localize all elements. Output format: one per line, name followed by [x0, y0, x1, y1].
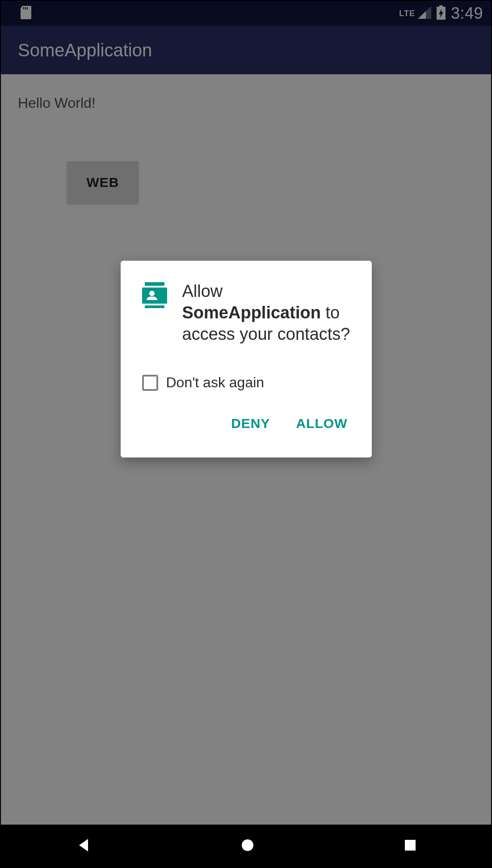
dialog-prefix: Allow	[182, 282, 223, 301]
svg-rect-9	[145, 305, 164, 308]
contacts-icon	[142, 282, 167, 310]
svg-rect-7	[142, 288, 167, 304]
svg-point-8	[149, 291, 155, 296]
dont-ask-checkbox[interactable]	[142, 375, 158, 391]
dialog-message: Allow SomeApplication to access your con…	[182, 280, 350, 345]
dont-ask-label: Don't ask again	[166, 374, 265, 391]
permission-dialog: Allow SomeApplication to access your con…	[121, 261, 372, 457]
dialog-scrim[interactable]: Allow SomeApplication to access your con…	[1, 1, 491, 825]
allow-button[interactable]: ALLOW	[296, 416, 348, 431]
dialog-body: Allow SomeApplication to access your con…	[142, 280, 350, 345]
recent-icon[interactable]	[404, 839, 416, 853]
phone-screen: LTE 3:49 SomeApplication Hello World! WE…	[1, 1, 491, 867]
back-icon[interactable]	[76, 837, 92, 855]
dont-ask-row[interactable]: Don't ask again	[142, 374, 350, 391]
nav-bar	[1, 825, 491, 867]
svg-point-10	[242, 839, 253, 851]
deny-button[interactable]: DENY	[231, 416, 270, 431]
svg-rect-11	[405, 840, 416, 851]
dialog-appname: SomeApplication	[182, 303, 321, 322]
dialog-actions: DENY ALLOW	[142, 416, 350, 431]
svg-rect-6	[145, 282, 164, 286]
home-icon[interactable]	[241, 838, 254, 854]
